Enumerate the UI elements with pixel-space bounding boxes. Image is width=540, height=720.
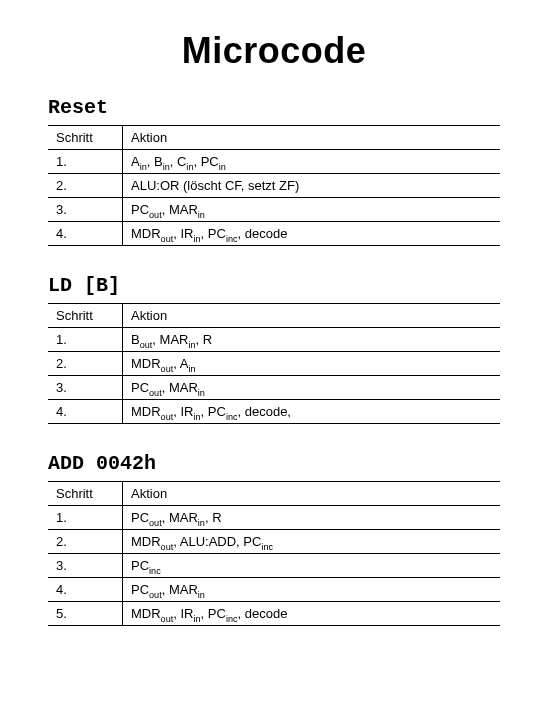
col-step: Schritt	[48, 126, 123, 150]
cell-action: MDRout, IRin, PCinc, decode,	[123, 400, 501, 424]
table-row: 3.PCinc	[48, 554, 500, 578]
cell-step: 3.	[48, 198, 123, 222]
cell-action: PCout, MARin	[123, 198, 501, 222]
table-row: 1.PCout, MARin, R	[48, 506, 500, 530]
table-row: 1.Bout, MARin, R	[48, 328, 500, 352]
col-step: Schritt	[48, 482, 123, 506]
cell-step: 3.	[48, 376, 123, 400]
cell-action: ALU:OR (löscht CF, setzt ZF)	[123, 174, 501, 198]
cell-action: PCout, MARin	[123, 376, 501, 400]
cell-action: MDRout, IRin, PCinc, decode	[123, 602, 501, 626]
sections-container: ResetSchrittAktion1.Ain, Bin, Cin, PCin2…	[48, 96, 500, 626]
section-heading: LD [B]	[48, 274, 500, 297]
cell-step: 2.	[48, 352, 123, 376]
cell-step: 1.	[48, 506, 123, 530]
table-row: 5.MDRout, IRin, PCinc, decode	[48, 602, 500, 626]
table-row: 2.MDRout, Ain	[48, 352, 500, 376]
cell-step: 4.	[48, 222, 123, 246]
table-row: 4.PCout, MARin	[48, 578, 500, 602]
col-action: Aktion	[123, 482, 501, 506]
microcode-table: SchrittAktion1.PCout, MARin, R2.MDRout, …	[48, 481, 500, 626]
col-action: Aktion	[123, 304, 501, 328]
microcode-table: SchrittAktion1.Bout, MARin, R2.MDRout, A…	[48, 303, 500, 424]
cell-step: 1.	[48, 328, 123, 352]
cell-action: MDRout, ALU:ADD, PCinc	[123, 530, 501, 554]
cell-action: MDRout, IRin, PCinc, decode	[123, 222, 501, 246]
cell-action: Bout, MARin, R	[123, 328, 501, 352]
table-row: 1.Ain, Bin, Cin, PCin	[48, 150, 500, 174]
cell-action: PCout, MARin, R	[123, 506, 501, 530]
cell-step: 4.	[48, 578, 123, 602]
table-row: 2.ALU:OR (löscht CF, setzt ZF)	[48, 174, 500, 198]
document-page: Microcode ResetSchrittAktion1.Ain, Bin, …	[0, 0, 540, 674]
cell-step: 5.	[48, 602, 123, 626]
table-row: 4.MDRout, IRin, PCinc, decode	[48, 222, 500, 246]
table-row: 3.PCout, MARin	[48, 198, 500, 222]
cell-step: 4.	[48, 400, 123, 424]
cell-step: 2.	[48, 174, 123, 198]
microcode-table: SchrittAktion1.Ain, Bin, Cin, PCin2.ALU:…	[48, 125, 500, 246]
table-row: 3.PCout, MARin	[48, 376, 500, 400]
table-row: 4.MDRout, IRin, PCinc, decode,	[48, 400, 500, 424]
cell-step: 1.	[48, 150, 123, 174]
cell-action: Ain, Bin, Cin, PCin	[123, 150, 501, 174]
cell-action: PCinc	[123, 554, 501, 578]
page-title: Microcode	[48, 30, 500, 72]
col-step: Schritt	[48, 304, 123, 328]
cell-step: 2.	[48, 530, 123, 554]
cell-action: MDRout, Ain	[123, 352, 501, 376]
cell-step: 3.	[48, 554, 123, 578]
col-action: Aktion	[123, 126, 501, 150]
cell-action: PCout, MARin	[123, 578, 501, 602]
section-heading: ADD 0042h	[48, 452, 500, 475]
table-row: 2.MDRout, ALU:ADD, PCinc	[48, 530, 500, 554]
section-heading: Reset	[48, 96, 500, 119]
